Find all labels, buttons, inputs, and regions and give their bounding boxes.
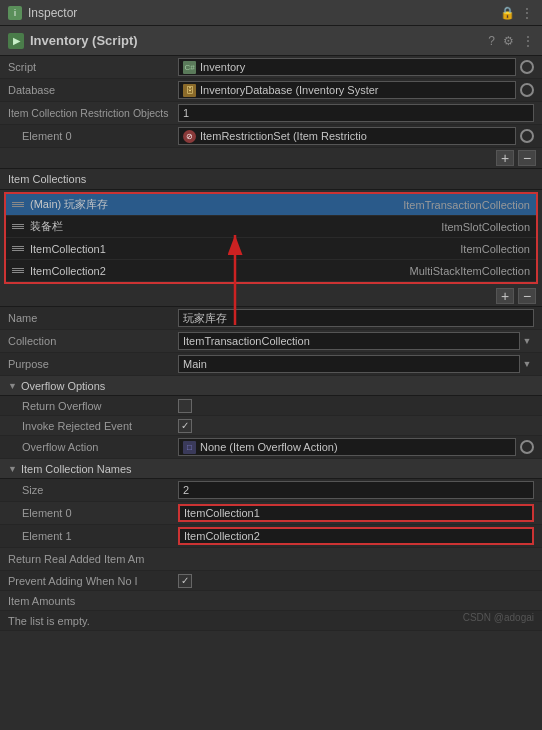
purpose-value: Main ▼	[178, 355, 534, 373]
invoke-rejected-label: Invoke Rejected Event	[8, 420, 178, 432]
script-field[interactable]: C# Inventory	[178, 58, 516, 76]
drag-handle-0	[12, 202, 24, 207]
size-value: 2	[178, 481, 534, 499]
prevent-adding-checkbox[interactable]	[178, 574, 192, 588]
collections-add-remove: + −	[0, 286, 542, 307]
return-real-property: Return Real Added Item Am	[0, 548, 542, 571]
collection-item-2[interactable]: ItemCollection1 ItemCollection	[6, 238, 536, 260]
return-overflow-checkbox[interactable]	[178, 399, 192, 413]
item-collection-names-label: Item Collection Names	[21, 463, 132, 475]
element0-name-label: Element 0	[8, 507, 178, 519]
return-overflow-value	[178, 399, 534, 413]
collection-name-0: (Main) 玩家库存	[30, 197, 403, 212]
element0-name-property: Element 0 ItemCollection1	[0, 502, 542, 525]
item-collections-header: Item Collections	[0, 169, 542, 190]
return-real-value	[178, 550, 534, 568]
script-label: Script	[8, 61, 178, 73]
element0-restriction-value: ⊘ ItemRestrictionSet (Item Restrictio	[178, 127, 534, 145]
overflow-action-value: □ None (Item Overflow Action)	[178, 438, 534, 456]
header-icons: ? ⚙ ⋮	[488, 34, 534, 48]
return-overflow-property: Return Overflow	[0, 396, 542, 416]
collection-item-3[interactable]: ItemCollection2 MultiStackItemCollection	[6, 260, 536, 282]
database-field[interactable]: 🗄 InventoryDatabase (Inventory Syster	[178, 81, 516, 99]
script-file-icon: C#	[183, 61, 196, 74]
collection-property: Collection ItemTransactionCollection ▼	[0, 330, 542, 353]
invoke-rejected-property: Invoke Rejected Event	[0, 416, 542, 436]
prevent-adding-value	[178, 574, 534, 588]
collection-label: Collection	[8, 335, 178, 347]
script-header: ▶ Inventory (Script) ? ⚙ ⋮	[0, 26, 542, 56]
element0-select-circle[interactable]	[520, 129, 534, 143]
collection-type-3: MultiStackItemCollection	[410, 265, 530, 277]
purpose-label: Purpose	[8, 358, 178, 370]
collection-dropdown-arrow[interactable]: ▼	[520, 334, 534, 348]
purpose-dropdown-arrow[interactable]: ▼	[520, 357, 534, 371]
database-icon: 🗄	[183, 84, 196, 97]
element0-name-field[interactable]: ItemCollection1	[178, 504, 534, 522]
collection-type-0: ItemTransactionCollection	[403, 199, 530, 211]
overflow-options-arrow: ▼	[8, 381, 17, 391]
element1-name-field[interactable]: ItemCollection2	[178, 527, 534, 545]
item-collection-names-foldout[interactable]: ▼ Item Collection Names	[0, 459, 542, 479]
title-bar: i Inspector 🔒 ⋮	[0, 0, 542, 26]
collection-field[interactable]: ItemTransactionCollection	[178, 332, 520, 350]
title-bar-actions: 🔒 ⋮	[500, 6, 534, 20]
restriction-add-button[interactable]: +	[496, 150, 514, 166]
restriction-count-field[interactable]: 1	[178, 104, 534, 122]
title-menu-button[interactable]: ⋮	[520, 6, 534, 20]
restriction-icon: ⊘	[183, 130, 196, 143]
overflow-action-icon: □	[183, 441, 196, 454]
return-overflow-label: Return Overflow	[8, 400, 178, 412]
restriction-count: 1	[178, 104, 534, 122]
overflow-options-foldout[interactable]: ▼ Overflow Options	[0, 376, 542, 396]
script-select-circle[interactable]	[520, 60, 534, 74]
name-value: 玩家库存	[178, 309, 534, 327]
restriction-remove-button[interactable]: −	[518, 150, 536, 166]
prevent-adding-property: Prevent Adding When No I	[0, 571, 542, 591]
invoke-rejected-checkbox[interactable]	[178, 419, 192, 433]
size-field[interactable]: 2	[178, 481, 534, 499]
settings-button[interactable]: ⚙	[503, 34, 514, 48]
overflow-action-field[interactable]: □ None (Item Overflow Action)	[178, 438, 516, 456]
watermark: CSDN @adogai	[463, 612, 534, 623]
purpose-property: Purpose Main ▼	[0, 353, 542, 376]
collection-list: (Main) 玩家库存 ItemTransactionCollection 装备…	[4, 192, 538, 284]
prevent-adding-label: Prevent Adding When No I	[8, 575, 178, 587]
script-property: Script C# Inventory	[0, 56, 542, 79]
restriction-add-remove: + −	[0, 148, 542, 169]
overflow-action-property: Overflow Action □ None (Item Overflow Ac…	[0, 436, 542, 459]
drag-handle-1	[12, 224, 24, 229]
element0-name-value: ItemCollection1	[178, 504, 534, 522]
list-empty-label: The list is empty.	[8, 615, 178, 627]
collection-item-0[interactable]: (Main) 玩家库存 ItemTransactionCollection	[6, 194, 536, 216]
collection-name-3: ItemCollection2	[30, 265, 410, 277]
overflow-action-label: Overflow Action	[8, 441, 178, 453]
header-menu-button[interactable]: ⋮	[522, 34, 534, 48]
collection-value: ItemTransactionCollection ▼	[178, 332, 534, 350]
purpose-field[interactable]: Main	[178, 355, 520, 373]
drag-handle-3	[12, 268, 24, 273]
item-collection-names-arrow: ▼	[8, 464, 17, 474]
element1-name-label: Element 1	[8, 530, 178, 542]
collections-add-button[interactable]: +	[496, 288, 514, 304]
script-value: C# Inventory	[178, 58, 534, 76]
title-bar-text: Inspector	[28, 6, 500, 20]
database-select-circle[interactable]	[520, 83, 534, 97]
collection-item-1[interactable]: 装备栏 ItemSlotCollection	[6, 216, 536, 238]
inspector-icon: i	[8, 6, 22, 20]
collection-name-2: ItemCollection1	[30, 243, 460, 255]
overflow-action-select-circle[interactable]	[520, 440, 534, 454]
name-field[interactable]: 玩家库存	[178, 309, 534, 327]
item-amounts-property: Item Amounts	[0, 591, 542, 611]
help-button[interactable]: ?	[488, 34, 495, 48]
restriction-label: Item Collection Restriction Objects	[8, 107, 178, 119]
name-label: Name	[8, 312, 178, 324]
restriction-objects-property: Item Collection Restriction Objects 1	[0, 102, 542, 125]
element0-restriction-field[interactable]: ⊘ ItemRestrictionSet (Item Restrictio	[178, 127, 516, 145]
element1-name-property: Element 1 ItemCollection2	[0, 525, 542, 548]
drag-handle-2	[12, 246, 24, 251]
pin-button[interactable]: 🔒	[500, 6, 514, 20]
item-amounts-label: Item Amounts	[8, 595, 178, 607]
script-header-icon: ▶	[8, 33, 24, 49]
collections-remove-button[interactable]: −	[518, 288, 536, 304]
